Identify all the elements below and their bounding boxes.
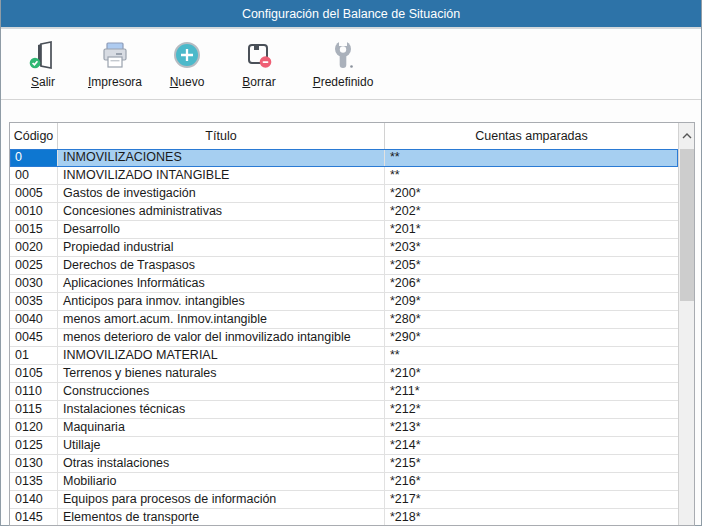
- cell-codigo: 0015: [10, 221, 58, 239]
- cell-cuentas: *215*: [385, 455, 678, 473]
- cell-titulo: Aplicaciones Informáticas: [58, 275, 385, 293]
- cell-codigo: 0120: [10, 419, 58, 437]
- cell-titulo: Utillaje: [58, 437, 385, 455]
- cell-codigo: 00: [10, 167, 58, 185]
- cell-codigo: 0110: [10, 383, 58, 401]
- borrar-label: Borrar: [242, 75, 275, 89]
- cell-codigo: 0020: [10, 239, 58, 257]
- cell-cuentas: *205*: [385, 257, 678, 275]
- cell-cuentas: *209*: [385, 293, 678, 311]
- table-row[interactable]: 00INMOVILIZADO INTANGIBLE**: [10, 167, 678, 185]
- cell-cuentas: *216*: [385, 473, 678, 491]
- cell-titulo: menos amort.acum. Inmov.intangible: [58, 311, 385, 329]
- window-title: Configuración del Balance de Situación: [242, 7, 460, 21]
- table-row[interactable]: 0045menos deterioro de valor del inmovil…: [10, 329, 678, 347]
- impresora-label: Impresora: [88, 75, 142, 89]
- cell-cuentas: *214*: [385, 437, 678, 455]
- plus-circle-icon: [171, 38, 203, 72]
- predefinido-button[interactable]: Predefinido: [295, 38, 391, 89]
- table-row[interactable]: 0025Derechos de Traspasos*205*: [10, 257, 678, 275]
- cell-titulo: Concesiones administrativas: [58, 203, 385, 221]
- cell-titulo: INMOVILIZADO INTANGIBLE: [58, 167, 385, 185]
- grid-header: Código Título Cuentas amparadas: [10, 123, 694, 150]
- accounts-grid: Código Título Cuentas amparadas 0INMOVIL…: [9, 122, 695, 526]
- table-row[interactable]: 0030Aplicaciones Informáticas*206*: [10, 275, 678, 293]
- toolbar: Salir Impresora Nuevo: [1, 29, 701, 100]
- cell-cuentas: *203*: [385, 239, 678, 257]
- table-row[interactable]: 0020Propiedad industrial*203*: [10, 239, 678, 257]
- borrar-button[interactable]: Borrar: [223, 38, 295, 89]
- salir-button[interactable]: Salir: [7, 38, 79, 89]
- cell-cuentas: *217*: [385, 491, 678, 509]
- cell-cuentas: *211*: [385, 383, 678, 401]
- cell-codigo: 0145: [10, 509, 58, 525]
- cell-codigo: 0010: [10, 203, 58, 221]
- table-row[interactable]: 0130Otras instalaciones*215*: [10, 455, 678, 473]
- cell-titulo: menos deterioro de valor del inmovilizad…: [58, 329, 385, 347]
- chevron-up-icon: [682, 133, 692, 139]
- printer-icon: [99, 38, 131, 72]
- table-row[interactable]: 0015Desarrollo*201*: [10, 221, 678, 239]
- cell-cuentas: **: [385, 167, 678, 185]
- exit-door-check-icon: [27, 38, 59, 72]
- cell-codigo: 0115: [10, 401, 58, 419]
- cell-cuentas: **: [385, 149, 678, 167]
- delete-box-minus-icon: [243, 38, 275, 72]
- table-row[interactable]: 0110Construcciones*211*: [10, 383, 678, 401]
- table-row[interactable]: 0140Equipos para procesos de información…: [10, 491, 678, 509]
- cell-cuentas: *200*: [385, 185, 678, 203]
- table-row[interactable]: 0135Mobiliario*216*: [10, 473, 678, 491]
- cell-titulo: INMOVILIZACIONES: [58, 149, 385, 167]
- scroll-up-button[interactable]: [679, 123, 694, 148]
- cell-titulo: Derechos de Traspasos: [58, 257, 385, 275]
- cell-titulo: Equipos para procesos de información: [58, 491, 385, 509]
- nuevo-label: Nuevo: [170, 75, 205, 89]
- column-header-titulo: Título: [58, 123, 385, 149]
- cell-codigo: 0135: [10, 473, 58, 491]
- cell-codigo: 0035: [10, 293, 58, 311]
- cell-titulo: Maquinaria: [58, 419, 385, 437]
- table-row[interactable]: 0010Concesiones administrativas*202*: [10, 203, 678, 221]
- cell-codigo: 0030: [10, 275, 58, 293]
- table-row[interactable]: 0005Gastos de investigación*200*: [10, 185, 678, 203]
- cell-titulo: INMOVILIZADO MATERIAL: [58, 347, 385, 365]
- titlebar[interactable]: Configuración del Balance de Situación: [1, 0, 701, 29]
- cell-codigo: 0125: [10, 437, 58, 455]
- cell-codigo: 0040: [10, 311, 58, 329]
- table-row[interactable]: 01INMOVILIZADO MATERIAL**: [10, 347, 678, 365]
- cell-titulo: Desarrollo: [58, 221, 385, 239]
- cell-titulo: Mobiliario: [58, 473, 385, 491]
- table-row[interactable]: 0145Elementos de transporte*218*: [10, 509, 678, 525]
- salir-label: Salir: [31, 75, 55, 89]
- table-row[interactable]: 0120Maquinaria*213*: [10, 419, 678, 437]
- table-row[interactable]: 0040menos amort.acum. Inmov.intangible*2…: [10, 311, 678, 329]
- table-body: 0INMOVILIZACIONES**00INMOVILIZADO INTANG…: [10, 149, 678, 525]
- cell-titulo: Terrenos y bienes naturales: [58, 365, 385, 383]
- cell-codigo: 0005: [10, 185, 58, 203]
- cell-titulo: Otras instalaciones: [58, 455, 385, 473]
- table-row[interactable]: 0125Utillaje*214*: [10, 437, 678, 455]
- cell-titulo: Elementos de transporte: [58, 509, 385, 525]
- impresora-button[interactable]: Impresora: [79, 38, 151, 89]
- cell-codigo: 0025: [10, 257, 58, 275]
- cell-titulo: Instalaciones técnicas: [58, 401, 385, 419]
- cell-titulo: Anticipos para inmov. intangibles: [58, 293, 385, 311]
- cell-codigo: 0130: [10, 455, 58, 473]
- nuevo-button[interactable]: Nuevo: [151, 38, 223, 89]
- cell-codigo: 0140: [10, 491, 58, 509]
- cell-cuentas: *280*: [385, 311, 678, 329]
- cell-cuentas: *218*: [385, 509, 678, 525]
- wrench-icon: [327, 38, 359, 72]
- cell-codigo: 01: [10, 347, 58, 365]
- vertical-scrollbar[interactable]: [678, 123, 694, 525]
- table-row[interactable]: 0INMOVILIZACIONES**: [10, 149, 678, 167]
- table-row[interactable]: 0105Terrenos y bienes naturales*210*: [10, 365, 678, 383]
- cell-cuentas: **: [385, 347, 678, 365]
- cell-cuentas: *213*: [385, 419, 678, 437]
- cell-codigo: 0: [10, 149, 58, 167]
- table-row[interactable]: 0115Instalaciones técnicas*212*: [10, 401, 678, 419]
- table-row[interactable]: 0035Anticipos para inmov. intangibles*20…: [10, 293, 678, 311]
- scrollbar-thumb[interactable]: [680, 149, 694, 301]
- cell-cuentas: *212*: [385, 401, 678, 419]
- cell-titulo: Propiedad industrial: [58, 239, 385, 257]
